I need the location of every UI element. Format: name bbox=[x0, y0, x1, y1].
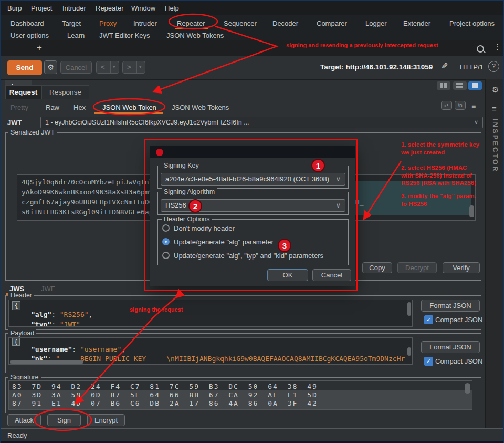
signature-group-label: Signature bbox=[8, 374, 41, 381]
attack-button[interactable]: Attack bbox=[7, 414, 41, 426]
search-icon[interactable] bbox=[477, 45, 484, 53]
annotation-note2-line: with SHA-256) instead of bbox=[401, 172, 496, 180]
http-version-selector[interactable]: HTTP/1 bbox=[460, 63, 484, 71]
header-open-brace: { bbox=[12, 301, 20, 310]
editor-menu-icon[interactable]: ≡ bbox=[471, 102, 476, 110]
view-tab-json-web-token[interactable]: JSON Web Token bbox=[102, 104, 156, 111]
menu-bar: Burp Project Intruder Repeater Window He… bbox=[1, 1, 503, 15]
tab-request[interactable]: Request bbox=[5, 85, 41, 99]
split-divider bbox=[136, 61, 137, 74]
header-group-label: Header bbox=[8, 292, 34, 299]
menu-burp[interactable]: Burp bbox=[7, 4, 22, 12]
view-tab-hex[interactable]: Hex bbox=[74, 104, 86, 111]
menu-intruder[interactable]: Intruder bbox=[62, 4, 86, 12]
kebab-menu-icon[interactable]: ⋮ bbox=[494, 42, 501, 51]
annotation-sign-note: signing the request bbox=[130, 306, 183, 313]
tab-dashboard[interactable]: Dashboard bbox=[10, 19, 44, 27]
serialized-jwt-group-label: Serialized JWT bbox=[8, 129, 57, 136]
tab-jwe[interactable]: JWE bbox=[41, 285, 55, 293]
tab-learn[interactable]: Learn bbox=[67, 32, 85, 39]
menu-project[interactable]: Project bbox=[31, 4, 52, 12]
inspector-filter-icon[interactable]: ≡ bbox=[492, 104, 497, 113]
payload-hscrollbar[interactable] bbox=[10, 360, 83, 364]
annotation-note1-line: we just created bbox=[401, 149, 490, 157]
annotation-note2-line: RS256 (RSA with SHA256) bbox=[401, 179, 496, 187]
payload-format-json-button[interactable]: Format JSON bbox=[421, 341, 480, 353]
newline-toggle-icon[interactable]: \n bbox=[455, 101, 466, 110]
annotation-note3-line: to HS256 bbox=[401, 200, 496, 208]
status-text: Ready bbox=[7, 431, 27, 439]
status-bar: Ready bbox=[1, 428, 503, 441]
tab-sequencer[interactable]: Sequencer bbox=[224, 19, 257, 27]
tab-decoder[interactable]: Decoder bbox=[272, 19, 298, 27]
signature-hex-area[interactable]: 83 7D 94 D2 24 F4 C7 81 7C 59 B3 DC 50 6… bbox=[8, 380, 472, 410]
hex-row-partial bbox=[9, 407, 472, 410]
tab-extender[interactable]: Extender bbox=[403, 19, 430, 27]
send-settings-gear-icon[interactable]: ⚙ bbox=[44, 60, 57, 74]
jwt-line: s0iINtFBG3KtsRGgl09itTDN8VGLe6ap0 bbox=[22, 207, 157, 217]
view-tab-raw[interactable]: Raw bbox=[46, 104, 59, 111]
copy-button[interactable]: Copy bbox=[362, 262, 392, 273]
signature-scrollbar[interactable] bbox=[465, 383, 470, 394]
prev-request-button[interactable]: < ▾ bbox=[96, 61, 119, 74]
tab-user-options[interactable]: User options bbox=[10, 32, 49, 39]
request-toolbar: Send ⚙ Cancel < ▾ > ▾ Target: http://46.… bbox=[1, 56, 503, 79]
header-scrollbar[interactable] bbox=[407, 302, 411, 316]
json-value: "-----BEGIN PUBLIC KEY-----\nMIIBIjANBgk… bbox=[56, 355, 405, 363]
prev-dropdown-arrow-icon[interactable]: ▾ bbox=[113, 64, 116, 69]
json-web-token-underline bbox=[94, 112, 163, 114]
inspector-gear-icon[interactable]: ⚙ bbox=[492, 85, 499, 95]
view-tab-json-web-tokens[interactable]: JSON Web Tokens bbox=[172, 104, 229, 111]
header-compact-json-checkbox[interactable]: ✓ bbox=[424, 315, 433, 324]
cancel-button[interactable]: Cancel bbox=[60, 61, 92, 74]
next-dropdown-arrow-icon[interactable]: ▾ bbox=[139, 64, 142, 69]
payload-compact-json-label: Compact JSON bbox=[435, 357, 482, 365]
tab-response[interactable]: Response bbox=[41, 85, 89, 99]
encrypt-button[interactable]: Encrypt bbox=[87, 414, 125, 426]
panel-divider bbox=[1, 79, 503, 80]
tab-repeater[interactable]: Repeater bbox=[177, 19, 205, 27]
tab-json-web-tokens[interactable]: JSON Web Tokens bbox=[166, 32, 224, 39]
header-editor[interactable]: { "alg": "RS256", "typ": "JWT" bbox=[8, 300, 413, 327]
view-tab-pretty[interactable]: Pretty bbox=[10, 104, 28, 111]
decrypt-button[interactable]: Decrypt bbox=[397, 262, 437, 273]
tab-intruder[interactable]: Intruder bbox=[133, 19, 157, 27]
payload-editor[interactable]: { "username": "username", "pk": "-----BE… bbox=[8, 337, 413, 365]
layout-columns-icon[interactable] bbox=[437, 81, 450, 90]
tab-jwt-editor-keys[interactable]: JWT Editor Keys bbox=[99, 32, 150, 39]
jwt-line: 4QSjyl0q6dr70cOcuMYbzeFpiJwVqtnlT bbox=[22, 177, 157, 187]
inspector-panel: ⚙ ≡ INSPECTOR bbox=[485, 79, 504, 428]
tab-target[interactable]: Target bbox=[62, 19, 81, 27]
sign-button[interactable]: Sign bbox=[47, 414, 81, 426]
payload-group-label: Payload bbox=[8, 329, 36, 337]
main-tab-bar: Dashboard Target Proxy Intruder Repeater… bbox=[1, 15, 503, 40]
tab-project-options[interactable]: Project options bbox=[449, 19, 495, 27]
payload-compact-json-checkbox[interactable]: ✓ bbox=[424, 357, 433, 366]
payload-scrollbar[interactable] bbox=[407, 347, 411, 356]
wrap-lines-icon[interactable]: ↵ bbox=[441, 101, 452, 110]
jwt-line: yAkoD99K6wknBKxoo49N38aXs83a6pm9e bbox=[22, 187, 157, 197]
help-icon[interactable]: ? bbox=[488, 61, 499, 72]
hex-row: 87 91 E1 4D 07 B6 C6 DB 2A 17 86 4A 86 0… bbox=[9, 399, 472, 407]
annotation-top-note: signing and resending a previously inter… bbox=[286, 42, 438, 48]
new-tab-button[interactable]: + bbox=[37, 43, 42, 53]
annotation-badge-3: 3 bbox=[278, 239, 291, 252]
json-key: "alg" bbox=[31, 311, 51, 318]
layout-single-icon[interactable] bbox=[468, 81, 482, 90]
layout-rows-icon[interactable] bbox=[453, 81, 467, 90]
header-format-json-button[interactable]: Format JSON bbox=[421, 300, 480, 312]
annotation-note1-line: 1. select the symmetric key bbox=[401, 141, 490, 149]
menu-help[interactable]: Help bbox=[165, 4, 179, 12]
burp-suite-window: Burp Project Intruder Repeater Window He… bbox=[0, 0, 504, 443]
tab-proxy[interactable]: Proxy bbox=[99, 19, 117, 27]
next-request-button[interactable]: > ▾ bbox=[122, 61, 145, 74]
tab-comparer[interactable]: Comparer bbox=[317, 19, 347, 27]
send-button[interactable]: Send bbox=[7, 60, 42, 75]
jwt-dropdown[interactable]: 1 - eyJhbGciOiJSUzI1NiIsInR5cCI6IkpXVCJ9… bbox=[40, 117, 483, 128]
json-value: "JWT" bbox=[60, 321, 80, 327]
edit-target-pencil-icon[interactable]: ✎ bbox=[441, 61, 448, 71]
verify-button[interactable]: Verify bbox=[443, 262, 480, 273]
tab-logger[interactable]: Logger bbox=[365, 19, 386, 27]
menu-window[interactable]: Window bbox=[131, 4, 155, 12]
menu-repeater[interactable]: Repeater bbox=[96, 4, 123, 12]
